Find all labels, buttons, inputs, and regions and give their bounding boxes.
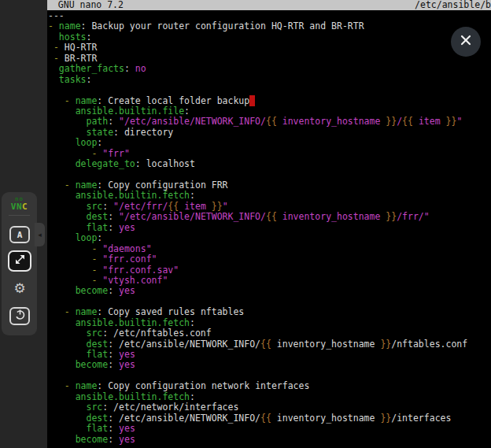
editor-line: - "vtysh.conf" bbox=[48, 276, 491, 286]
editor-line: flat: yes bbox=[48, 350, 491, 360]
novnc-control-bar: no VNC A ⚙ bbox=[2, 192, 37, 335]
editor-line: state: directory bbox=[48, 128, 491, 138]
chevron-left-icon: ◂ bbox=[38, 231, 42, 239]
text-cursor bbox=[249, 95, 255, 106]
editor-line: - name: Backup your router configuration… bbox=[48, 21, 491, 31]
editor-line: ansible.builtin.fetch: bbox=[48, 191, 491, 201]
close-button[interactable] bbox=[451, 27, 481, 57]
editor-line: tasks: bbox=[48, 75, 491, 85]
editor-line: - "daemons" bbox=[48, 244, 491, 254]
editor-line: flat: yes bbox=[48, 223, 491, 233]
drag-viewport-button[interactable] bbox=[8, 250, 31, 272]
vnc-side-strip: no VNC A ⚙ bbox=[0, 0, 47, 448]
editor-line bbox=[48, 371, 491, 381]
nano-version-label: GNU nano 7.2 bbox=[47, 0, 124, 10]
editor-line: loop: bbox=[48, 233, 491, 243]
editor-line: - "frr.conf.sav" bbox=[48, 265, 491, 276]
power-icon bbox=[14, 309, 26, 324]
editor-line: ansible.builtin.fetch: bbox=[48, 318, 491, 328]
novnc-logo: no VNC bbox=[2, 196, 37, 211]
disconnect-button[interactable] bbox=[9, 307, 30, 325]
editor-line: - name: Copy configuration FRR bbox=[48, 180, 491, 191]
gear-icon: ⚙ bbox=[13, 280, 25, 296]
keyboard-button[interactable]: A bbox=[9, 226, 30, 243]
file-path-label: /etc/ansible/b bbox=[415, 0, 491, 10]
editor-line: - name: Copy configuration network inter… bbox=[48, 381, 491, 391]
editor-line: delegate_to: localhost bbox=[48, 159, 491, 169]
a-key-icon: A bbox=[17, 230, 23, 240]
editor-line: dest: /etc/ansible/NETWORK_INFO/{{ inven… bbox=[48, 339, 491, 350]
editor-line: path: "/etc/ansible/NETWORK_INFO/{{ inve… bbox=[48, 117, 491, 127]
settings-button[interactable]: ⚙ bbox=[12, 280, 28, 296]
editor-line: become: yes bbox=[48, 286, 491, 296]
terminal-viewport[interactable]: GNU nano 7.2 /etc/ansible/b ---- name: B… bbox=[47, 0, 491, 448]
drag-arrows-icon bbox=[14, 254, 26, 268]
nano-titlebar: GNU nano 7.2 /etc/ansible/b bbox=[47, 0, 491, 10]
editor-line bbox=[48, 85, 491, 95]
editor-line: ansible.builtin.fetch: bbox=[48, 392, 491, 402]
control-bar-handle[interactable]: ◂ bbox=[35, 223, 45, 246]
editor-line: gather_facts: no bbox=[48, 64, 491, 74]
editor-line: ansible.builtin.file: bbox=[48, 106, 491, 117]
novnc-logo-vnc: VNC bbox=[2, 202, 37, 211]
close-icon bbox=[460, 34, 472, 50]
editor-line: - "frr.conf" bbox=[48, 254, 491, 265]
editor-line: src: /etc/network/interfaces bbox=[48, 402, 491, 413]
editor-line: - HQ-RTR bbox=[48, 43, 491, 53]
editor-line: - BR-RTR bbox=[48, 54, 491, 64]
editor-line: - name: Create local folder backup bbox=[48, 96, 491, 106]
editor-line bbox=[48, 170, 491, 180]
editor-line: dest: "/etc/ansible/NETWORK_INFO/{{ inve… bbox=[48, 212, 491, 222]
editor-line: flat: yes bbox=[48, 424, 491, 434]
vnc-screen: no VNC A ⚙ bbox=[0, 0, 491, 448]
sidebar-divider bbox=[9, 215, 30, 216]
editor-line: src: /etc/nftables.conf bbox=[48, 328, 491, 339]
editor-content: ---- name: Backup your router configurat… bbox=[48, 11, 491, 448]
editor-line: dest: /etc/ansible/NETWORK_INFO/{{ inven… bbox=[48, 413, 491, 424]
editor-line bbox=[48, 297, 491, 307]
editor-line: become: yes bbox=[48, 435, 491, 445]
editor-line: - "frr" bbox=[48, 149, 491, 159]
editor-line: become: yes bbox=[48, 360, 491, 370]
editor-line: hosts: bbox=[48, 32, 491, 43]
editor-line: src: "/etc/frr/{{ item }}" bbox=[48, 202, 491, 212]
editor-line: loop: bbox=[48, 138, 491, 148]
editor-line: - name: Copy saved rules nftables bbox=[48, 307, 491, 317]
editor-line: --- bbox=[48, 11, 491, 21]
